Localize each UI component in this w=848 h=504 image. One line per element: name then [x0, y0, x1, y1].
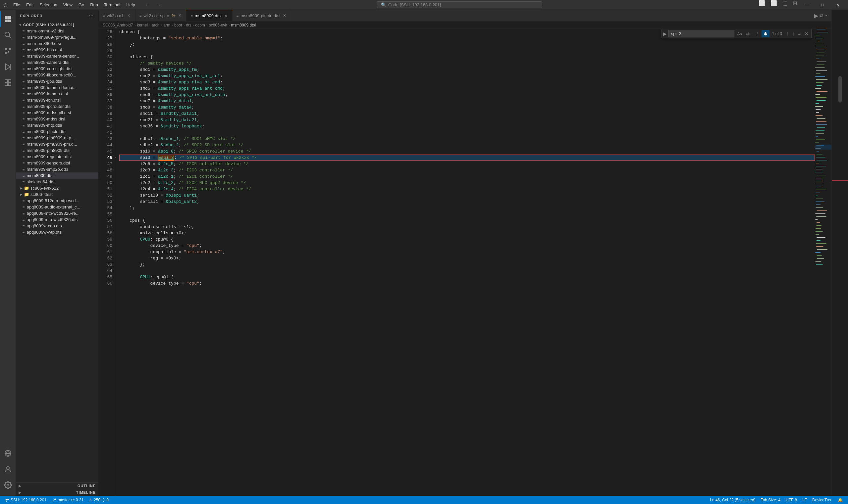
find-close-button[interactable]: ✕ [803, 31, 810, 37]
minimize-button[interactable]: — [800, 0, 815, 10]
sidebar-more-icon[interactable]: ··· [88, 13, 94, 19]
menu-selection[interactable]: Selection [37, 2, 59, 8]
activity-explorer[interactable] [0, 11, 16, 27]
find-regex[interactable]: .* [753, 30, 761, 37]
file-item-2[interactable]: ≡msm-pm8909.dtsi [16, 40, 98, 47]
other-file-item-3[interactable]: ≡apq8009-mtp-wcd9326.dts [16, 216, 98, 223]
file-item-12[interactable]: ≡msm8909-ipcrouter.dtsi [16, 103, 98, 110]
file-item-14[interactable]: ≡msm8909-mdss.dtsi [16, 116, 98, 122]
other-file-item-1[interactable]: ≡apq8009-audio-external_c... [16, 204, 98, 210]
menu-edit[interactable]: Edit [23, 2, 36, 8]
file-item-21[interactable]: ≡msm8909-sensors.dtsi [16, 160, 98, 166]
layout-icon-2[interactable]: ⬜ [768, 0, 780, 10]
find-input[interactable] [668, 30, 734, 37]
layout-icon-3[interactable]: ⬚ [780, 0, 790, 10]
run-icon[interactable]: ▶ [814, 13, 818, 19]
file-item-15[interactable]: ≡msm8909-mtp.dtsi [16, 122, 98, 128]
tab-close-1[interactable]: ✕ [126, 13, 131, 19]
file-item-13[interactable]: ≡msm8909-mdss-pll.dtsi [16, 110, 98, 116]
bc-boot[interactable]: boot [174, 23, 182, 28]
file-item-3[interactable]: ≡msm8909-bus.dtsi [16, 47, 98, 53]
status-position[interactable]: Ln 46, Col 22 (5 selected) [707, 496, 758, 504]
bc-sc806[interactable]: SC806_Android7 [103, 23, 133, 28]
tab-close-3[interactable]: ✕ [224, 13, 228, 19]
activity-settings[interactable] [0, 477, 16, 493]
maximize-button[interactable]: □ [815, 0, 830, 10]
file-item-8[interactable]: ≡msm8909-gpu.dtsi [16, 78, 98, 84]
tab-close-2[interactable]: ✕ [177, 13, 182, 19]
bc-arm[interactable]: arm [163, 23, 170, 28]
other-file-item-2[interactable]: ≡apq8009-mtp-wcd9326-re... [16, 210, 98, 216]
activity-search[interactable] [0, 27, 16, 43]
find-list-button[interactable]: ≡ [797, 30, 802, 37]
tab-close-4[interactable]: ✕ [282, 13, 287, 19]
tab-msm8909-pinctrl[interactable]: ≡ msm8909-pinctrl.dtsi ✕ [232, 10, 291, 21]
forward-button[interactable]: → [154, 1, 163, 8]
back-button[interactable]: ← [143, 1, 152, 8]
tree-folder-sc806-fttest[interactable]: ▶ 📁 sc806-fttest [16, 191, 98, 198]
menu-go[interactable]: Go [76, 2, 87, 8]
file-item-0[interactable]: ≡msm-iommu-v2.dtsi [16, 28, 98, 34]
menu-run[interactable]: Run [87, 2, 101, 8]
layout-icon-1[interactable]: ⬜ [756, 0, 768, 10]
status-tab-size[interactable]: Tab Size: 4 [758, 496, 783, 504]
file-item-20[interactable]: ≡msm8909-regulator.dtsi [16, 154, 98, 160]
close-button[interactable]: ✕ [830, 0, 845, 10]
file-item-7[interactable]: ≡msm8909-fibocom-sc80... [16, 72, 98, 78]
status-line-ending[interactable]: LF [800, 496, 810, 504]
activity-account[interactable] [0, 461, 16, 477]
status-notifications[interactable]: 🔔 [835, 496, 845, 504]
tree-root-code[interactable]: ▼ CODE [SSH: 192.168.0.201] [16, 22, 98, 28]
file-item-22[interactable]: ≡msm8909-smp2p.dtsi [16, 166, 98, 173]
more-actions-icon[interactable]: ··· [825, 13, 829, 19]
find-selection-only[interactable]: ✱ [762, 30, 769, 37]
status-remote[interactable]: ⇄ SSH: 192.168.0.201 [3, 496, 49, 504]
file-item-9[interactable]: ≡msm8909-iommu-domai... [16, 84, 98, 91]
file-item-19[interactable]: ≡msm8909-pm8909.dtsi [16, 147, 98, 154]
menu-help[interactable]: Help [124, 2, 138, 8]
code-content[interactable]: chosen { bootargs = "sched_enable_hmp=1"… [115, 29, 815, 496]
bc-dts[interactable]: dts [186, 23, 191, 28]
other-file-item-5[interactable]: ≡apq8009w-wtp.dts [16, 229, 98, 235]
other-file-item-4[interactable]: ≡apq8009w-cdp.dts [16, 223, 98, 229]
file-item-16[interactable]: ≡msm8909-pinctrl.dtsi [16, 128, 98, 135]
file-item-17[interactable]: ≡msm8909-pm8909-mtp... [16, 135, 98, 141]
tab-wk2xxx-spi-c[interactable]: ≡ wk2xxx_spi.c 9+ ✕ [136, 10, 187, 21]
menu-view[interactable]: View [60, 2, 75, 8]
file-item-18[interactable]: ≡msm8909-pm8909-pm.d... [16, 141, 98, 147]
find-whole-word[interactable]: ab [744, 30, 752, 37]
activity-run[interactable] [0, 59, 16, 75]
file-item-5[interactable]: ≡msm8909-camera.dtsi [16, 59, 98, 66]
bc-arch[interactable]: arch [152, 23, 159, 28]
scrollbar-thumb[interactable] [838, 76, 842, 103]
find-chevron-icon[interactable]: ▶ [663, 31, 667, 36]
scrollbar-area[interactable] [831, 10, 848, 496]
timeline-header[interactable]: ▶ TIMELINE [16, 489, 98, 496]
tree-folder-sc806-evk-512[interactable]: ▶ 📁 sc806-evk-512 [16, 185, 98, 191]
title-search-box[interactable]: 🔍 Code [SSH: 192.168.0.201] [377, 1, 542, 8]
file-item-23[interactable]: ≡msm8909.dtsi [16, 173, 98, 179]
status-encoding[interactable]: UTF-8 [783, 496, 800, 504]
activity-source-control[interactable] [0, 43, 16, 59]
find-match-case[interactable]: Aa [736, 30, 744, 37]
status-language[interactable]: DeviceTree [810, 496, 835, 504]
tab-msm8909-dtsi[interactable]: ≡ msm8909.dtsi ✕ [187, 10, 232, 21]
activity-extensions[interactable] [0, 75, 16, 91]
other-file-item-0[interactable]: ≡apq8009-512mb-mtp-wcd... [16, 198, 98, 204]
status-errors[interactable]: ⚠ 250 ⬡ 0 [86, 496, 111, 504]
bc-qcom[interactable]: qcom [195, 23, 205, 28]
bc-current-file[interactable]: msm8909.dtsi [231, 23, 256, 28]
file-item-24[interactable]: ≡skeleton64.dtsi [16, 179, 98, 185]
file-item-6[interactable]: ≡msm8909-coresight.dtsi [16, 66, 98, 72]
bc-sc806-evk[interactable]: sc806-evk [209, 23, 227, 28]
split-editor-icon[interactable]: ⧉ [819, 13, 823, 19]
layout-icon-4[interactable]: ⊞ [790, 0, 800, 10]
find-next-button[interactable]: ↓ [791, 30, 796, 37]
status-branch[interactable]: ⎇ master ⟳ 0 21 [49, 496, 86, 504]
tab-wk2xxx-h[interactable]: ≡ wk2xxx.h ✕ [99, 10, 136, 21]
file-item-11[interactable]: ≡msm8909-ion.dtsi [16, 97, 98, 103]
outline-header[interactable]: ▶ OUTLINE [16, 483, 98, 489]
bc-kernel[interactable]: kernel [137, 23, 148, 28]
menu-file[interactable]: File [11, 2, 23, 8]
file-item-1[interactable]: ≡msm-pm8909-rpm-regul... [16, 34, 98, 40]
